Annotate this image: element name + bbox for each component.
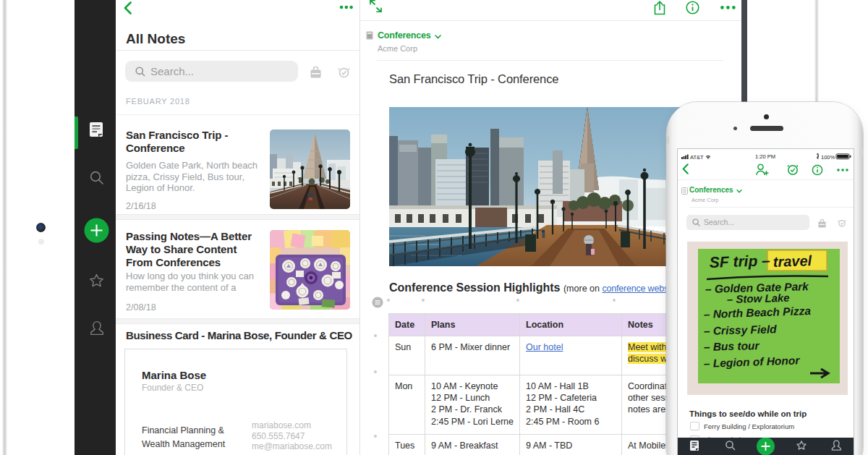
svg-text:AT&T: AT&T — [690, 154, 704, 160]
svg-text:– Crissy Field: – Crissy Field — [704, 323, 778, 337]
svg-text:travel: travel — [773, 252, 812, 270]
svg-text:100%: 100% — [821, 154, 835, 160]
svg-text:– Stow Lake: – Stow Lake — [727, 292, 790, 305]
svg-text:– Legion of Honor: – Legion of Honor — [704, 354, 801, 370]
svg-text:SF trip –: SF trip – — [709, 252, 770, 271]
svg-text:– Bus tour: – Bus tour — [704, 339, 760, 353]
svg-text:– North Beach Pizza: – North Beach Pizza — [704, 305, 812, 320]
